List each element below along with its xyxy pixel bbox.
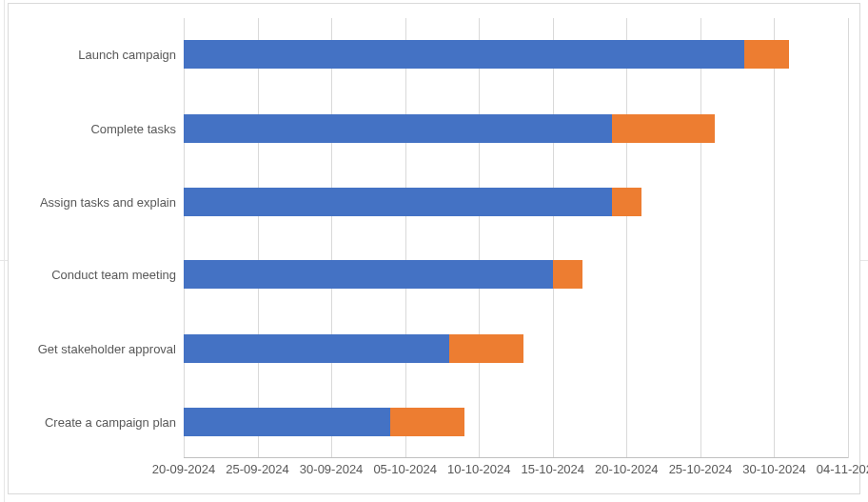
x-axis-tick-label: 10-10-2024 bbox=[447, 463, 511, 476]
gridline-vertical bbox=[553, 18, 554, 458]
x-axis-tick-label: 25-09-2024 bbox=[226, 463, 289, 476]
y-axis-category-label: Conduct team meeting bbox=[9, 269, 176, 281]
x-axis-tick-label: 04-11-2024 bbox=[817, 463, 868, 476]
bar-segment-series1 bbox=[184, 334, 449, 363]
y-axis-labels: Launch campaignComplete tasksAssign task… bbox=[9, 18, 180, 458]
bar-row bbox=[184, 260, 848, 289]
bar-segment-series1 bbox=[184, 188, 612, 216]
x-axis-line bbox=[184, 457, 848, 458]
gridline-vertical bbox=[774, 18, 775, 458]
bar-row bbox=[184, 408, 848, 436]
gridline-vertical bbox=[184, 18, 185, 458]
bar-row bbox=[184, 334, 848, 363]
bar-segment-series2 bbox=[612, 188, 641, 216]
bar-segment-series2 bbox=[449, 334, 523, 363]
bar-segment-series1 bbox=[184, 408, 390, 436]
x-axis-tick-label: 20-10-2024 bbox=[595, 463, 659, 476]
chart-object[interactable]: Launch campaignComplete tasksAssign task… bbox=[8, 3, 860, 494]
y-axis-category-label: Complete tasks bbox=[9, 123, 176, 135]
bar-segment-series2 bbox=[390, 408, 464, 436]
y-axis-category-label: Create a campaign plan bbox=[9, 416, 176, 429]
bar-row bbox=[184, 188, 848, 216]
bar-segment-series2 bbox=[612, 114, 716, 143]
x-axis-labels: 20-09-202425-09-202430-09-202405-10-2024… bbox=[184, 463, 848, 480]
plot-area bbox=[184, 18, 848, 458]
gridline-vertical bbox=[700, 18, 701, 458]
gridline-vertical bbox=[258, 18, 259, 458]
x-axis-tick-label: 30-10-2024 bbox=[742, 463, 806, 476]
x-axis-tick-label: 05-10-2024 bbox=[373, 463, 437, 476]
bar-segment-series2 bbox=[553, 260, 582, 289]
gridline-vertical bbox=[848, 18, 849, 458]
bar-segment-series2 bbox=[744, 40, 789, 69]
gridline-vertical bbox=[405, 18, 406, 458]
bar-row bbox=[184, 114, 848, 143]
y-axis-category-label: Launch campaign bbox=[9, 49, 176, 61]
y-axis-category-label: Get stakeholder approval bbox=[9, 343, 176, 355]
bar-row bbox=[184, 40, 848, 69]
gridline-vertical bbox=[479, 18, 480, 458]
bar-segment-series1 bbox=[184, 260, 553, 289]
gridline-vertical bbox=[626, 18, 627, 458]
x-axis-tick-label: 20-09-2024 bbox=[152, 463, 216, 476]
y-axis-category-label: Assign tasks and explain bbox=[9, 196, 176, 209]
x-axis-tick-label: 25-10-2024 bbox=[669, 463, 733, 476]
x-axis-tick-label: 30-09-2024 bbox=[300, 463, 364, 476]
gridline-vertical bbox=[331, 18, 332, 458]
spreadsheet-gridline bbox=[4, 0, 5, 502]
bar-segment-series1 bbox=[184, 114, 612, 143]
bar-segment-series1 bbox=[184, 40, 744, 69]
x-axis-tick-label: 15-10-2024 bbox=[522, 463, 585, 476]
